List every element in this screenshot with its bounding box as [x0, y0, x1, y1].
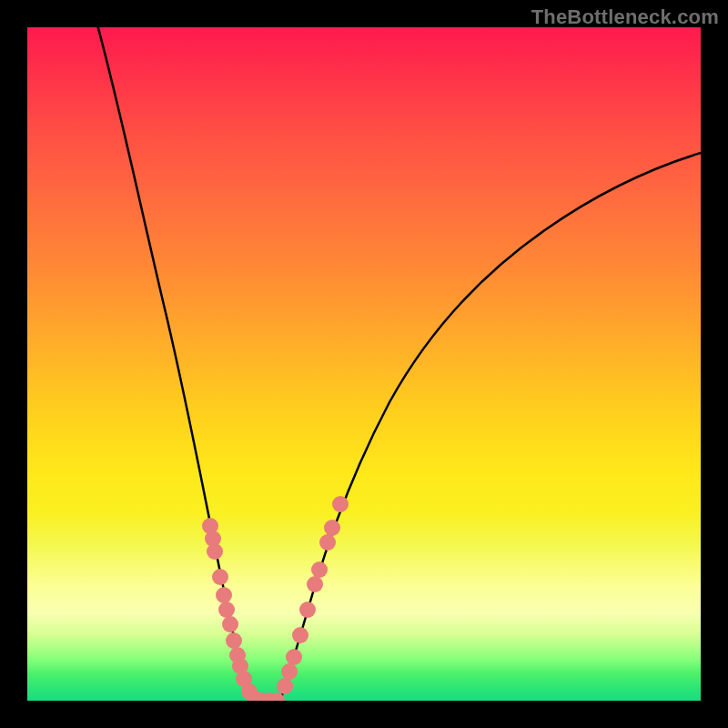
data-marker [226, 632, 242, 649]
data-marker [216, 587, 232, 603]
data-marker [286, 649, 302, 665]
data-marker [292, 627, 308, 643]
data-marker [218, 602, 235, 618]
marker-group [202, 496, 349, 701]
data-marker [307, 576, 323, 592]
data-marker [324, 520, 340, 536]
data-marker [277, 678, 293, 694]
left-curve [96, 27, 258, 701]
data-marker [212, 569, 228, 585]
data-marker [332, 496, 349, 512]
data-marker [222, 616, 238, 632]
data-marker [281, 663, 298, 680]
data-marker [311, 561, 328, 578]
plot-area [27, 27, 701, 701]
watermark-text: TheBottleneck.com [531, 5, 719, 29]
data-marker [319, 534, 336, 551]
right-curve [280, 153, 701, 701]
data-marker [299, 602, 316, 618]
data-marker [207, 543, 223, 560]
chart-svg [27, 27, 701, 701]
